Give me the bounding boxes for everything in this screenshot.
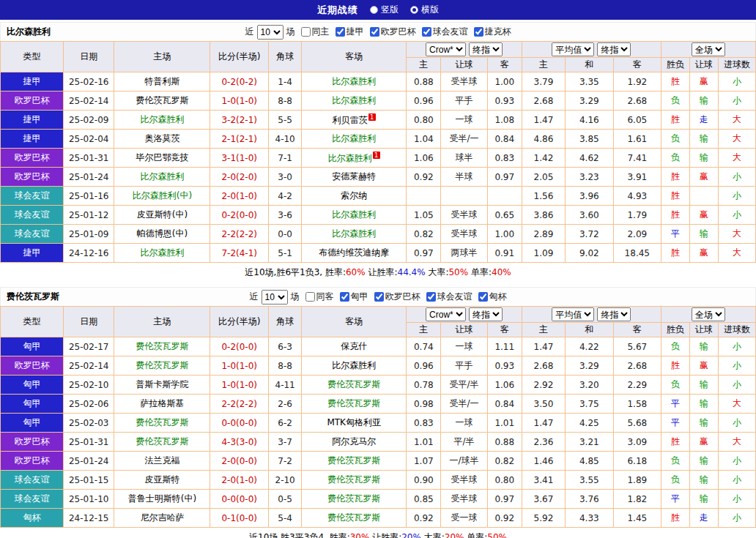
away-team-link[interactable]: 比尔森胜利 bbox=[332, 95, 376, 105]
layout-option-vertical[interactable]: 竖版 bbox=[370, 4, 399, 16]
odds-source-select[interactable]: Crow* bbox=[426, 307, 466, 321]
fulltime-scope-select[interactable]: 全场 bbox=[692, 307, 725, 321]
score-link[interactable]: 0-0(0-0) bbox=[210, 490, 269, 509]
score-link[interactable]: 2-2(2-2) bbox=[210, 225, 269, 244]
away-team-link[interactable]: 比尔森胜利 bbox=[332, 228, 376, 239]
home-team-link[interactable]: 萨拉格斯基 bbox=[140, 398, 184, 408]
home-team-link[interactable]: 奥洛莫茨 bbox=[144, 133, 179, 143]
layout-option-horizontal[interactable]: 横版 bbox=[410, 4, 439, 16]
home-team-link[interactable]: 特普利斯 bbox=[144, 76, 179, 86]
away-team-link[interactable]: 费伦茨瓦罗斯 bbox=[327, 379, 380, 389]
score-link[interactable]: 3-2(2-1) bbox=[210, 111, 269, 130]
filter-option-3[interactable]: 球会友谊 bbox=[426, 291, 472, 303]
home-team-link[interactable]: 费伦茨瓦罗斯 bbox=[136, 341, 188, 351]
filter-option-2[interactable]: 欧罗巴杯 bbox=[370, 26, 416, 38]
home-team-link[interactable]: 法兰克福 bbox=[144, 455, 179, 466]
home-team-link[interactable]: 费伦茨瓦罗斯 bbox=[136, 360, 188, 370]
filter-checkbox-4[interactable] bbox=[478, 292, 488, 302]
corner-score: 4-11 bbox=[269, 376, 302, 395]
score-link[interactable]: 2-0(0-0) bbox=[210, 452, 269, 471]
away-team-link[interactable]: 阿尔克马尔 bbox=[332, 436, 376, 447]
score-link[interactable]: 2-0(1-0) bbox=[210, 471, 269, 490]
home-team-link[interactable]: 比尔森胜利 bbox=[140, 114, 184, 124]
filter-option-0[interactable]: 同客 bbox=[305, 291, 334, 303]
score-link[interactable]: 7-2(4-1) bbox=[210, 244, 269, 263]
away-team-link[interactable]: 利贝雷茨 bbox=[333, 115, 368, 125]
home-team-link[interactable]: 尼尔吉哈萨 bbox=[140, 512, 184, 523]
odds-source-select[interactable]: Crow* bbox=[426, 42, 466, 56]
score-link[interactable]: 2-1(2-1) bbox=[210, 130, 269, 149]
filter-option-1[interactable]: 捷甲 bbox=[336, 26, 364, 38]
score-link[interactable]: 2-2(2-2) bbox=[210, 395, 269, 414]
away-team-link[interactable]: 费伦茨瓦罗斯 bbox=[327, 398, 380, 408]
score-link[interactable]: 0-2(0-2) bbox=[210, 72, 269, 91]
home-team-link[interactable]: 比尔森胜利 bbox=[140, 171, 184, 182]
home-team-link[interactable]: 费伦茨瓦罗斯 bbox=[136, 436, 188, 447]
score-link[interactable]: 2-0(1-0) bbox=[210, 187, 269, 206]
away-team-link[interactable]: 比尔森胜利 bbox=[332, 360, 376, 370]
home-team-link[interactable]: 皮亚斯特 bbox=[144, 474, 179, 485]
filter-checkbox-2[interactable] bbox=[370, 27, 379, 37]
filter-checkbox-1[interactable] bbox=[340, 292, 349, 302]
avg-source-select[interactable]: 平均值 bbox=[552, 42, 594, 56]
home-team-link[interactable]: 比尔森胜利 bbox=[140, 247, 184, 258]
home-team-link[interactable]: 普鲁士明斯特(中) bbox=[128, 493, 196, 504]
score-link[interactable]: 0-2(0-0) bbox=[210, 206, 269, 225]
filter-option-2[interactable]: 欧罗巴杯 bbox=[374, 291, 420, 303]
filter-checkbox-0[interactable] bbox=[301, 27, 311, 37]
away-team-link[interactable]: MTK匈格利亚 bbox=[327, 417, 381, 427]
home-team-link[interactable]: 皮亚斯特(中) bbox=[137, 209, 188, 220]
filter-checkbox-3[interactable] bbox=[426, 292, 436, 302]
odds-handicap: 一球 bbox=[441, 414, 487, 433]
filter-checkbox-4[interactable] bbox=[474, 27, 483, 37]
odds-stage-select[interactable]: 终指 bbox=[469, 42, 503, 56]
home-team-link[interactable]: 费伦茨瓦罗斯 bbox=[136, 95, 188, 105]
filter-checkbox-2[interactable] bbox=[374, 292, 384, 302]
filter-option-3[interactable]: 球会友谊 bbox=[422, 26, 468, 38]
avg-draw: 4.85 bbox=[566, 452, 613, 471]
score-link[interactable]: 1-0(1-0) bbox=[210, 376, 269, 395]
fulltime-scope-select[interactable]: 全场 bbox=[692, 42, 725, 56]
score-link[interactable]: 2-0(2-0) bbox=[210, 168, 269, 187]
filter-checkbox-1[interactable] bbox=[336, 27, 345, 37]
filter-option-0[interactable]: 同主 bbox=[301, 26, 330, 38]
filter-checkbox-0[interactable] bbox=[305, 292, 315, 302]
away-team-link[interactable]: 安德莱赫特 bbox=[332, 171, 376, 182]
away-team-link[interactable]: 比尔森胜利 bbox=[332, 76, 376, 86]
filter-option-4[interactable]: 捷克杯 bbox=[474, 26, 511, 38]
filter-option-4[interactable]: 匈杯 bbox=[478, 291, 507, 303]
score-link[interactable]: 0-1(0-0) bbox=[210, 509, 269, 528]
home-team-link[interactable]: 帕德博恩(中) bbox=[137, 228, 188, 239]
score-link[interactable]: 0-0(0-0) bbox=[210, 414, 269, 433]
score-link[interactable]: 1-0(1-0) bbox=[210, 356, 269, 376]
score-link[interactable]: 0-2(0-0) bbox=[210, 337, 269, 356]
home-team-link[interactable]: 费伦茨瓦罗斯 bbox=[136, 417, 188, 427]
home-team-link[interactable]: 比尔森胜利(中) bbox=[133, 190, 192, 201]
score-link[interactable]: 4-3(3-0) bbox=[210, 433, 269, 452]
away-team-link[interactable]: 费伦茨瓦罗斯 bbox=[327, 455, 380, 466]
radio-unchecked-icon[interactable] bbox=[370, 6, 378, 14]
score-link[interactable]: 1-0(1-0) bbox=[210, 91, 269, 111]
away-team-link[interactable]: 布德约维茨迪纳摩 bbox=[319, 247, 389, 258]
avg-stage-select[interactable]: 终指 bbox=[597, 307, 631, 321]
away-team-link[interactable]: 费伦茨瓦罗斯 bbox=[327, 512, 380, 523]
radio-checked-icon[interactable] bbox=[410, 6, 418, 14]
match-date: 25-01-16 bbox=[63, 187, 114, 206]
filter-checkbox-3[interactable] bbox=[422, 27, 431, 37]
recent-count-select[interactable]: 10 bbox=[262, 290, 288, 305]
avg-source-select[interactable]: 平均值 bbox=[552, 307, 594, 321]
away-team-link[interactable]: 费伦茨瓦罗斯 bbox=[327, 493, 380, 504]
score-link[interactable]: 3-1(1-0) bbox=[210, 149, 269, 168]
avg-stage-select[interactable]: 终指 bbox=[597, 42, 631, 56]
odds-stage-select[interactable]: 终指 bbox=[469, 307, 503, 321]
away-team-link[interactable]: 保克什 bbox=[341, 341, 367, 351]
home-team-link[interactable]: 毕尔巴鄂竞技 bbox=[136, 152, 188, 162]
recent-count-select[interactable]: 10 bbox=[257, 25, 284, 40]
away-team-link[interactable]: 比尔森胜利 bbox=[328, 153, 372, 163]
away-team-link[interactable]: 费伦茨瓦罗斯 bbox=[327, 474, 380, 485]
away-team-link[interactable]: 比尔森胜利 bbox=[332, 209, 376, 220]
home-team-link[interactable]: 普斯卡斯学院 bbox=[136, 379, 188, 389]
away-team-link[interactable]: 比尔森胜利 bbox=[332, 133, 376, 143]
filter-option-1[interactable]: 匈甲 bbox=[340, 291, 368, 303]
away-team-link[interactable]: 索尔纳 bbox=[341, 190, 367, 201]
